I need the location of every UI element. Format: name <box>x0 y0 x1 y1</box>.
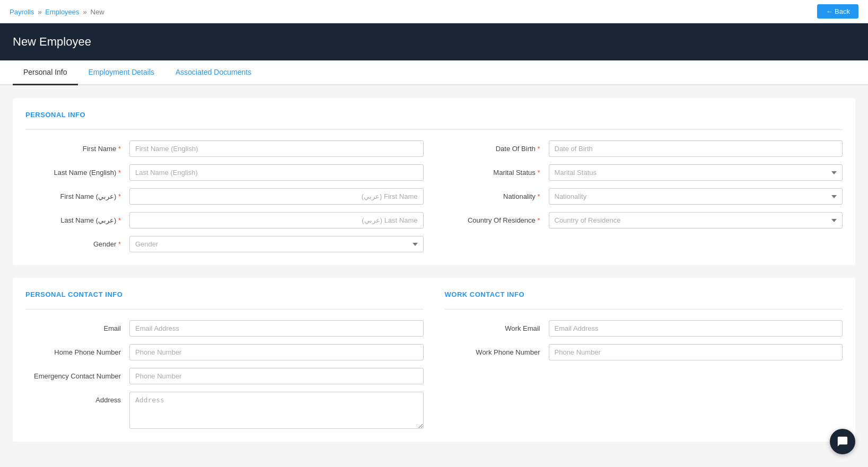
marital-status-select[interactable]: Marital Status Single Married Divorced W… <box>549 164 843 181</box>
personal-info-right: Date Of Birth * Marital Status * Marital… <box>445 140 843 252</box>
personal-contact-title: PERSONAL CONTACT INFO <box>25 290 424 298</box>
first-name-en-input[interactable] <box>129 140 424 157</box>
marital-status-row: Marital Status * Marital Status Single M… <box>445 164 843 181</box>
country-residence-select[interactable]: Country of Residence <box>549 212 843 228</box>
page-header: New Employee <box>0 23 868 60</box>
home-phone-input[interactable] <box>129 344 424 360</box>
breadcrumb: Payrolls » Employees » New <box>10 7 104 16</box>
personal-contact-col: PERSONAL CONTACT INFO Email Home Phone N… <box>25 290 424 429</box>
breadcrumb-employees[interactable]: Employees <box>45 8 79 16</box>
nationality-label: Nationality * <box>445 192 540 200</box>
tab-personal-info[interactable]: Personal Info <box>13 60 78 85</box>
last-name-ar-row: Last Name (عربي) * <box>25 212 424 228</box>
personal-contact-fields: Email Home Phone Number Emer <box>25 320 424 429</box>
nationality-select[interactable]: Nationality <box>549 188 843 205</box>
country-residence-row: Country Of Residence * Country of Reside… <box>445 212 843 228</box>
main-content: PERSONAL INFO First Name * Last Name (En… <box>0 85 868 467</box>
back-button[interactable]: ← Back <box>817 4 858 19</box>
contact-grid: PERSONAL CONTACT INFO Email Home Phone N… <box>25 290 843 429</box>
emergency-contact-row: Emergency Contact Number <box>25 368 424 384</box>
personal-info-left: First Name * Last Name (English) * <box>25 140 424 252</box>
personal-info-title: PERSONAL INFO <box>25 111 843 119</box>
contact-info-section: PERSONAL CONTACT INFO Email Home Phone N… <box>13 278 855 442</box>
work-email-label: Work Email <box>445 324 540 332</box>
dob-label: Date Of Birth * <box>445 145 540 153</box>
work-contact-col: WORK CONTACT INFO Work Email Work Phone … <box>445 290 843 429</box>
emergency-contact-input[interactable] <box>129 368 424 384</box>
dob-input[interactable] <box>549 140 843 157</box>
personal-info-section: PERSONAL INFO First Name * Last Name (En… <box>13 98 855 265</box>
emergency-contact-label: Emergency Contact Number <box>25 372 121 380</box>
address-input[interactable] <box>129 392 424 429</box>
gender-select[interactable]: Gender Male Female <box>129 236 424 252</box>
address-label: Address <box>25 392 121 404</box>
last-name-ar-input[interactable] <box>129 212 424 228</box>
gender-row: Gender * Gender Male Female <box>25 236 424 252</box>
first-name-ar-label: First Name (عربي) * <box>25 192 121 200</box>
tab-associated-documents[interactable]: Associated Documents <box>165 60 262 85</box>
email-label: Email <box>25 324 121 332</box>
gender-label: Gender * <box>25 240 121 248</box>
first-name-ar-input[interactable] <box>129 188 424 205</box>
home-phone-row: Home Phone Number <box>25 344 424 360</box>
breadcrumb-current: New <box>91 8 104 16</box>
dob-row: Date Of Birth * <box>445 140 843 157</box>
first-name-en-label: First Name * <box>25 145 121 153</box>
page-title: New Employee <box>13 35 91 48</box>
last-name-en-input[interactable] <box>129 164 424 181</box>
last-name-en-label: Last Name (English) * <box>25 169 121 177</box>
work-email-row: Work Email <box>445 320 843 337</box>
work-email-input[interactable] <box>549 320 843 337</box>
work-phone-label: Work Phone Number <box>445 348 540 356</box>
tab-employment-details[interactable]: Employment Details <box>78 60 165 85</box>
country-residence-label: Country Of Residence * <box>445 216 540 224</box>
personal-info-grid: First Name * Last Name (English) * <box>25 140 843 252</box>
work-contact-title: WORK CONTACT INFO <box>445 290 843 298</box>
chat-icon <box>837 436 848 447</box>
breadcrumb-sep2: » <box>83 8 86 16</box>
breadcrumb-sep1: » <box>38 8 41 16</box>
chat-fab[interactable] <box>830 429 855 454</box>
last-name-en-row: Last Name (English) * <box>25 164 424 181</box>
home-phone-label: Home Phone Number <box>25 348 121 356</box>
work-phone-input[interactable] <box>549 344 843 360</box>
marital-status-label: Marital Status * <box>445 169 540 177</box>
nationality-row: Nationality * Nationality <box>445 188 843 205</box>
first-name-ar-row: First Name (عربي) * <box>25 188 424 205</box>
tabs-container: Personal Info Employment Details Associa… <box>0 60 868 85</box>
last-name-ar-label: Last Name (عربي) * <box>25 216 121 224</box>
address-row: Address <box>25 392 424 429</box>
first-name-en-row: First Name * <box>25 140 424 157</box>
work-phone-row: Work Phone Number <box>445 344 843 360</box>
email-row: Email <box>25 320 424 337</box>
work-contact-fields: Work Email Work Phone Number <box>445 320 843 360</box>
email-input[interactable] <box>129 320 424 337</box>
breadcrumb-payrolls[interactable]: Payrolls <box>10 8 34 16</box>
